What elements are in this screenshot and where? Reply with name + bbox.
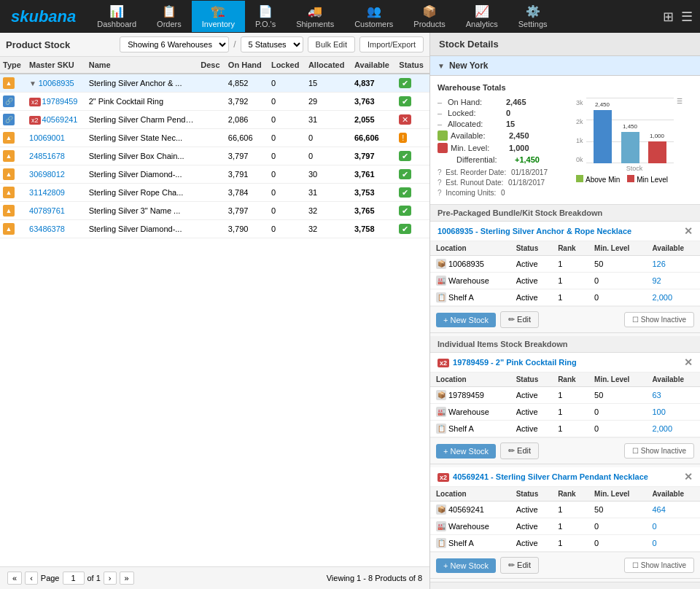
menu-icon[interactable]: ☰ — [681, 9, 693, 25]
product-table-container: Type Master SKU Name Desc On Hand Locked… — [0, 57, 429, 566]
incoming-units: ? Incoming Units: 0 — [438, 189, 569, 197]
available-link[interactable]: 0 — [652, 522, 656, 531]
b3-show-inactive-button[interactable]: ☐ Show Inactive — [624, 558, 694, 573]
nav-inventory[interactable]: 🏗️ Inventory — [192, 1, 245, 32]
nav-analytics[interactable]: 📈 Analytics — [456, 1, 508, 32]
nav-customers[interactable]: 👥 Customers — [344, 1, 403, 32]
location-icon: 📦 — [436, 390, 446, 400]
page-input[interactable] — [63, 572, 85, 585]
breakdown-3-close[interactable]: ✕ — [684, 471, 693, 483]
available-link[interactable]: 126 — [652, 260, 665, 268]
page-prev[interactable]: ‹ — [25, 572, 38, 585]
table-row[interactable]: ▲ 40789761 Sterling Silver 3" Name ... 3… — [0, 202, 429, 220]
b2-edit-button[interactable]: ✏ Edit — [500, 442, 539, 459]
bd-cell-rank: 1 — [552, 518, 588, 535]
bd-cell-status: Active — [510, 518, 552, 535]
nav-shipments[interactable]: 🚚 Shipments — [286, 1, 344, 32]
available-link[interactable]: 2,000 — [652, 424, 672, 433]
breakdown-1-close[interactable]: ✕ — [684, 225, 693, 237]
nav-pos[interactable]: 📄 P.O.'s — [245, 1, 286, 32]
b1-show-inactive-button[interactable]: ☐ Show Inactive — [624, 312, 694, 327]
new-york-header[interactable]: ▼ New York — [430, 56, 700, 76]
breakdown-2-close[interactable]: ✕ — [684, 356, 693, 368]
cell-status: ! — [396, 129, 429, 147]
table-row[interactable]: ▲ 24851678 Sterling Silver Box Chain... … — [0, 147, 429, 165]
cell-name: Sterling Silver Anchor & ... — [86, 74, 198, 93]
available-link[interactable]: 464 — [652, 505, 665, 514]
table-row[interactable]: 🔗 x240569241 Sterling Silver Charm Penda… — [0, 111, 429, 129]
available-link[interactable]: 0 — [652, 539, 656, 547]
left-panel: Product Stock Showing 6 Warehouses / 5 S… — [0, 33, 430, 589]
new-york-section: ▼ New York Warehouse Totals – On Hand: 2… — [430, 56, 700, 579]
sku-link[interactable]: 10069001 — [29, 133, 65, 142]
b3-edit-button[interactable]: ✏ Edit — [500, 557, 539, 574]
sku-link[interactable]: 40569241 — [42, 115, 78, 124]
table-row[interactable]: ▲ 30698012 Sterling Silver Diamond-... 3… — [0, 165, 429, 184]
breakdown-row[interactable]: 📦 10068935 Active 1 50 126 — [430, 256, 700, 273]
b2-show-inactive-button[interactable]: ☐ Show Inactive — [624, 443, 694, 459]
available-link[interactable]: 100 — [652, 407, 665, 416]
nav-settings[interactable]: ⚙️ Settings — [508, 1, 558, 32]
chart-menu-icon[interactable]: ☰ — [677, 98, 682, 105]
b1-new-stock-button[interactable]: + New Stock — [436, 313, 496, 327]
available-link[interactable]: 63 — [652, 391, 661, 399]
breakdown-row[interactable]: 🏭 Warehouse Active 1 0 92 — [430, 273, 700, 289]
breakdown-row[interactable]: 📦 40569241 Active 1 50 464 — [430, 502, 700, 518]
table-row[interactable]: 🔗 x219789459 2" Pink Cocktail Ring 3,792… — [0, 93, 429, 111]
sku-link[interactable]: 63486378 — [29, 225, 65, 233]
breakdown-row[interactable]: 📋 Shelf A Active 1 0 2,000 — [430, 421, 700, 437]
page-next[interactable]: › — [104, 572, 117, 585]
table-row[interactable]: ▲ 31142809 Sterling Silver Rope Cha... 3… — [0, 184, 429, 202]
page-first[interactable]: « — [7, 572, 22, 585]
sku-link[interactable]: 10068935 — [39, 79, 74, 87]
sku-link[interactable]: 19789459 — [42, 97, 78, 106]
bulk-edit-button[interactable]: Bulk Edit — [308, 36, 355, 52]
sku-link[interactable]: 30698012 — [29, 170, 65, 179]
grid-icon[interactable]: ⊞ — [663, 9, 674, 25]
breakdown-row[interactable]: 📦 19789459 Active 1 50 63 — [430, 387, 700, 404]
table-row[interactable]: ▲ 10069001 Sterling Silver State Nec... … — [0, 129, 429, 147]
bd-cell-status: Active — [510, 502, 552, 518]
nav-orders[interactable]: 📋 Orders — [147, 1, 192, 32]
breakdown-row[interactable]: 🏭 Warehouse Active 1 0 0 — [430, 518, 700, 535]
b3-new-stock-button[interactable]: + New Stock — [436, 558, 496, 573]
cell-desc — [198, 129, 225, 147]
breakdown-2-subtitle: x2 19789459 - 2" Pink Cocktail Ring ✕ — [430, 353, 700, 372]
import-export-button[interactable]: Import/Export — [359, 36, 424, 52]
breakdown-row[interactable]: 📋 Shelf A Active 1 0 2,000 — [430, 289, 700, 306]
expand-arrow[interactable]: ▼ — [29, 79, 39, 87]
collapsible-header[interactable]: ▶ 3PL — [430, 582, 700, 589]
nav-dashboard[interactable]: 📊 Dashboard — [87, 1, 147, 32]
cell-type: 🔗 — [0, 93, 26, 111]
col-locked: Locked — [268, 57, 306, 74]
stat-locked: – Locked: 0 — [438, 109, 569, 117]
available-link[interactable]: 2,000 — [652, 293, 672, 302]
available-link[interactable]: 92 — [652, 276, 661, 285]
sku-link[interactable]: 24851678 — [29, 152, 65, 160]
sku-link[interactable]: 31142809 — [29, 188, 65, 197]
status-select[interactable]: 5 Statuses — [241, 36, 303, 52]
pagination-bar: « ‹ Page of 1 › » Viewing 1 - 8 Products… — [0, 566, 429, 589]
breakdown-row[interactable]: 📋 Shelf A Active 1 0 0 — [430, 535, 700, 552]
nav-products[interactable]: 📦 Products — [403, 1, 455, 32]
bar-2450: 2,450 — [594, 110, 612, 163]
app-logo[interactable]: skubana — [0, 7, 87, 26]
sku-link[interactable]: 40789761 — [29, 206, 65, 215]
bd-cell-rank: 1 — [552, 273, 588, 289]
cell-status: ✔ — [396, 220, 429, 238]
page-last[interactable]: » — [120, 572, 134, 585]
breakdown-row[interactable]: 🏭 Warehouse Active 1 0 100 — [430, 404, 700, 421]
cell-allocated: 31 — [306, 184, 351, 202]
cell-type: ▲ — [0, 202, 26, 220]
b2-new-stock-button[interactable]: + New Stock — [436, 444, 496, 459]
cell-onhand: 66,606 — [225, 129, 268, 147]
cell-type: ▲ — [0, 74, 26, 93]
cell-name: Sterling Silver Rope Cha... — [86, 184, 198, 202]
table-row[interactable]: ▲ 63486378 Sterling Silver Diamond-... 3… — [0, 220, 429, 238]
table-row[interactable]: ▲ ▼ 10068935 Sterling Silver Anchor & ..… — [0, 74, 429, 93]
b1-edit-button[interactable]: ✏ Edit — [500, 311, 539, 328]
warehouse-select[interactable]: Showing 6 Warehouses — [120, 36, 229, 52]
cell-sku: x240569241 — [26, 111, 86, 129]
cell-allocated: 29 — [306, 93, 351, 111]
stat-minlevel: Min. Level: 1,000 — [438, 143, 569, 153]
